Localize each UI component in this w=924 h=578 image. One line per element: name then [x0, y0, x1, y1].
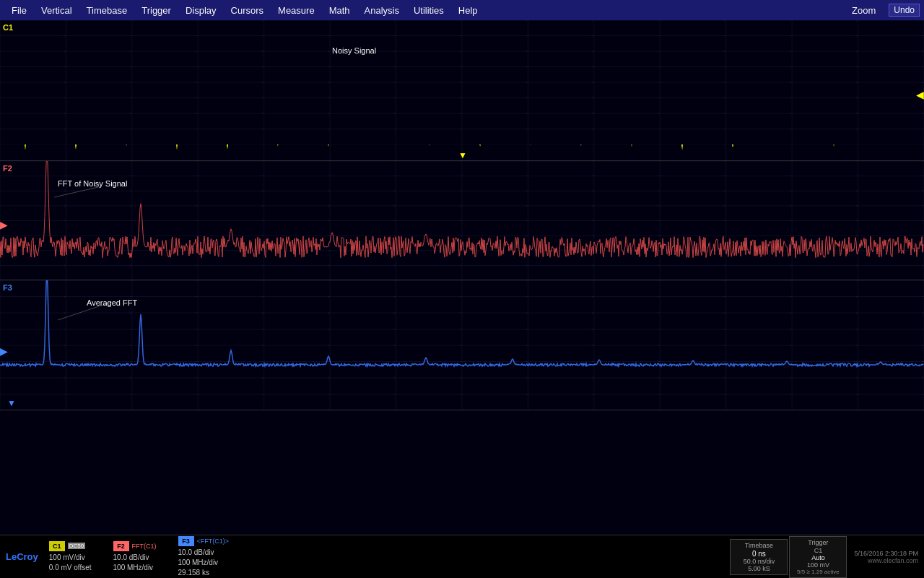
- f2-color-box: F2: [113, 541, 129, 551]
- timebase-box: Timebase 0 ns 50.0 ns/div 5.00 kS: [730, 539, 788, 575]
- trigger-title: Trigger: [796, 539, 840, 546]
- menu-math[interactable]: Math: [322, 4, 357, 17]
- status-right: Timebase 0 ns 50.0 ns/div 5.00 kS Trigge…: [730, 536, 918, 578]
- menu-cursors[interactable]: Cursors: [224, 4, 271, 17]
- c1-dc50: DC50: [68, 543, 85, 549]
- c1-status: C1 DC50 100 mV/div 0.0 mV offset: [49, 541, 92, 573]
- c1-offset: 0.0 mV offset: [49, 563, 92, 573]
- menu-measure[interactable]: Measure: [271, 4, 322, 17]
- f2-marker: ▶: [0, 219, 8, 230]
- menu-timebase[interactable]: Timebase: [79, 4, 135, 17]
- f2-label: F2: [3, 164, 12, 173]
- f3-panel: F3 Averaged FFT ▶ ▼: [0, 280, 924, 410]
- lecroy-logo: LeCroy: [6, 551, 38, 562]
- menu-help[interactable]: Help: [451, 4, 485, 17]
- ch1-signal-label: Noisy Signal: [332, 46, 376, 55]
- watermark: www.elecfan.com: [868, 557, 918, 564]
- f3-signal-label: Averaged FFT: [87, 298, 137, 307]
- timebase-sub2: 5.00 kS: [736, 565, 781, 572]
- trigger-arrow-ch1: ◀: [916, 89, 924, 100]
- trigger-mode: Auto: [796, 554, 840, 561]
- menu-file[interactable]: File: [4, 4, 34, 17]
- zoom-label: Zoom: [845, 4, 883, 17]
- menu-analysis[interactable]: Analysis: [357, 4, 406, 17]
- ch1-label: C1: [3, 23, 13, 32]
- c1-div: 100 mV/div: [49, 553, 92, 563]
- f2-signal-label: FFT of Noisy Signal: [58, 179, 127, 188]
- menu-bar: File Vertical Timebase Trigger Display C…: [0, 0, 924, 20]
- trigger-level: 100 mV: [796, 561, 840, 569]
- timebase-sub1: 50.0 ns/div: [736, 558, 781, 565]
- f3-marker: ▶: [0, 345, 8, 357]
- datetime: 5/16/2016 2:30:18 PM: [854, 550, 918, 557]
- f2-status: F2 FFT(C1) 10.0 dB/div 100 MHz/div: [113, 541, 157, 573]
- f3-color-box: F3: [178, 536, 194, 546]
- f3-status: F3 <FFT(C1)> 10.0 dB/div 100 MHz/div 29.…: [178, 536, 230, 578]
- info-box: 5/16/2016 2:30:18 PM www.elecfan.com: [854, 550, 918, 564]
- trigger-extra: 5/5 ≥ 1.29 active: [796, 569, 840, 575]
- f2-div1: 10.0 dB/div: [113, 553, 157, 563]
- f3-div1: 10.0 dB/div: [178, 548, 230, 558]
- f3-bottom-marker: ▼: [7, 398, 16, 408]
- empty-panel: [0, 410, 924, 535]
- menu-display[interactable]: Display: [178, 4, 224, 17]
- status-bar: LeCroy C1 DC50 100 mV/div 0.0 mV offset …: [0, 535, 924, 578]
- trigger-box: Trigger C1 Auto 100 mV 5/5 ≥ 1.29 active: [789, 536, 847, 578]
- timebase-title: Timebase: [736, 542, 781, 549]
- display-area: C1 Noisy Signal ◀ ▼ F2 FFT of Noisy Sign…: [0, 20, 924, 535]
- menu-trigger[interactable]: Trigger: [134, 4, 178, 17]
- f3-extra: 29.158 ks: [178, 568, 230, 578]
- f2-panel: F2 FFT of Noisy Signal ▶: [0, 161, 924, 280]
- trigger-ch: C1: [796, 547, 840, 554]
- f3-div2: 100 MHz/div: [178, 558, 230, 568]
- undo-button[interactable]: Undo: [889, 4, 920, 17]
- f3-label: F3: [3, 283, 12, 292]
- f3-func: <FFT(C1)>: [197, 538, 230, 545]
- timebase-value: 0 ns: [736, 550, 781, 558]
- menu-utilities[interactable]: Utilities: [406, 4, 451, 17]
- trigger-marker: ▼: [458, 150, 467, 160]
- c1-color-box: C1: [49, 541, 65, 551]
- menu-vertical[interactable]: Vertical: [34, 4, 79, 17]
- f2-func: FFT(C1): [132, 543, 157, 550]
- f2-div2: 100 MHz/div: [113, 563, 157, 573]
